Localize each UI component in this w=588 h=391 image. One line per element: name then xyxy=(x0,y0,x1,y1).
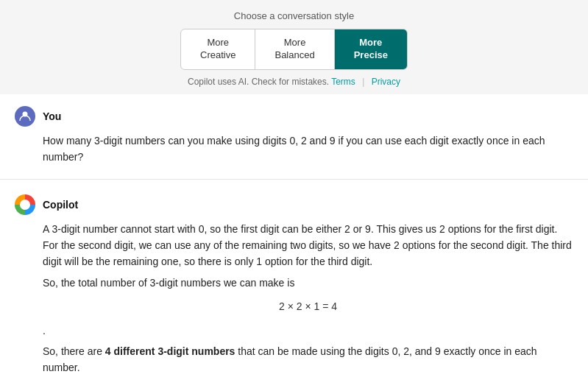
chat-area: You How many 3-digit numbers can you mak… xyxy=(0,94,588,391)
precise-button[interactable]: MorePrecise xyxy=(335,29,407,69)
copilot-message-header: Copilot xyxy=(15,194,573,215)
style-button-group: MoreCreative MoreBalanced MorePrecise xyxy=(180,29,408,70)
copilot-avatar xyxy=(15,194,35,215)
privacy-link[interactable]: Privacy xyxy=(372,77,400,87)
disclaimer-text: Copilot uses AI. Check for mistakes. Ter… xyxy=(188,77,400,87)
copilot-para-3: So, there are 4 different 3-digit number… xyxy=(43,343,573,376)
user-sender-name: You xyxy=(43,110,61,122)
terms-link[interactable]: Terms xyxy=(331,77,355,87)
copilot-para-1: A 3-digit number cannot start with 0, so… xyxy=(43,221,573,270)
copilot-para-2: So, the total number of 3-digit numbers … xyxy=(43,275,573,291)
user-message-text: How many 3-digit numbers can you make us… xyxy=(43,133,573,166)
message-divider xyxy=(0,179,588,180)
creative-button[interactable]: MoreCreative xyxy=(181,29,255,69)
user-message-block: You How many 3-digit numbers can you mak… xyxy=(0,94,588,176)
balanced-button[interactable]: MoreBalanced xyxy=(255,29,334,69)
copilot-message-block: Copilot A 3-digit number cannot start wi… xyxy=(0,183,588,387)
copilot-sender-name: Copilot xyxy=(43,199,78,211)
user-message-content: How many 3-digit numbers can you make us… xyxy=(15,133,573,170)
user-avatar xyxy=(15,106,35,127)
copilot-message-content: A 3-digit number cannot start with 0, so… xyxy=(15,221,573,381)
conversation-style-section: Choose a conversation style MoreCreative… xyxy=(0,0,588,94)
choose-label: Choose a conversation style xyxy=(234,10,354,21)
math-expression: 2 × 2 × 1 = 4 xyxy=(43,298,573,314)
copilot-dot: . xyxy=(43,323,573,339)
user-message-header: You xyxy=(15,106,573,127)
